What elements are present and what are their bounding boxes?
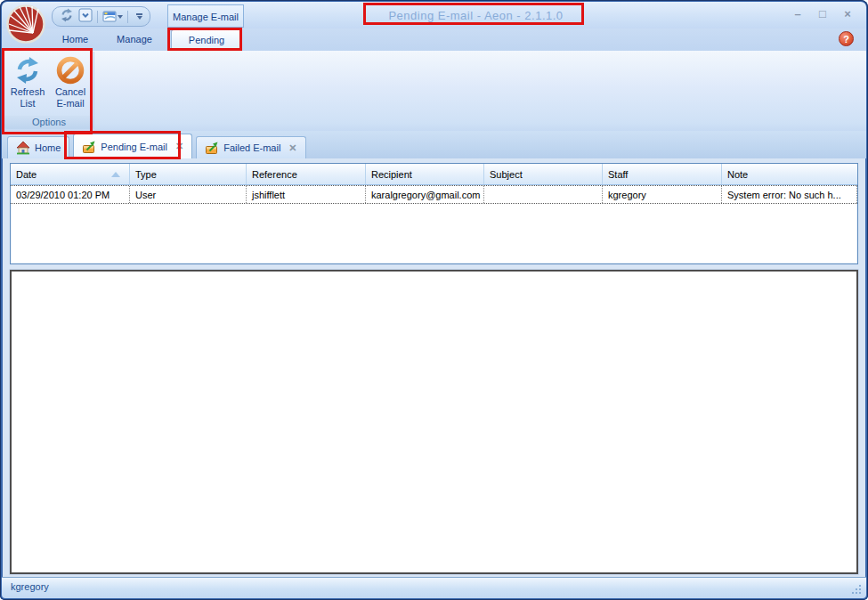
ribbon-group-options: Refresh List Cancel E-mail — [4, 52, 94, 129]
email-preview-panel — [10, 270, 858, 574]
doc-tab-home-label: Home — [35, 142, 61, 153]
column-header-reference[interactable]: Reference — [247, 164, 366, 184]
cell-date: 03/29/2010 01:20 PM — [11, 186, 130, 203]
table-row[interactable]: 03/29/2010 01:20 PM User jshifflett kara… — [11, 185, 857, 204]
ribbon-tab-manage[interactable]: Manage — [107, 30, 162, 49]
status-bar: kgregory — [2, 577, 866, 598]
qat-separator — [127, 11, 128, 23]
cell-subject — [484, 186, 603, 203]
window-title: Pending E-mail - Aeon - 2.1.1.0 — [366, 5, 586, 26]
window-style-dropdown-icon[interactable] — [118, 15, 123, 19]
sort-ascending-icon — [111, 172, 120, 177]
maximize-button[interactable]: □ — [815, 6, 831, 22]
checkbox-dropdown-icon[interactable] — [78, 8, 93, 26]
close-tab-icon[interactable]: ✕ — [175, 141, 183, 152]
cancel-email-button[interactable]: Cancel E-mail — [50, 54, 91, 116]
ribbon-tab-pending[interactable]: Pending — [171, 29, 242, 50]
status-username: kgregory — [11, 581, 49, 592]
cell-type: User — [130, 186, 247, 203]
home-icon — [16, 141, 30, 155]
cell-staff: kgregory — [603, 186, 722, 203]
ribbon-group-caption: Options — [4, 116, 93, 129]
column-header-subject[interactable]: Subject — [484, 164, 603, 184]
refresh-icon — [13, 56, 42, 85]
column-header-type[interactable]: Type — [130, 164, 247, 184]
document-tab-strip: Home Pending E-mail ✕ Failed E-mail ✕ — [2, 131, 866, 158]
outgoing-mail-icon — [205, 141, 219, 155]
refresh-qat-icon[interactable] — [60, 8, 74, 26]
pending-email-table: Date Type Reference Recipient Subject St… — [10, 163, 858, 264]
doc-tab-home[interactable]: Home — [7, 136, 69, 158]
minimize-button[interactable]: – — [790, 6, 806, 22]
outgoing-mail-icon — [82, 140, 96, 154]
close-button[interactable]: × — [840, 6, 856, 22]
table-header-row: Date Type Reference Recipient Subject St… — [11, 164, 857, 185]
doc-tab-pending-email-label: Pending E-mail — [101, 142, 167, 152]
cancel-icon — [56, 56, 85, 85]
doc-tab-failed-email-label: Failed E-mail — [223, 142, 280, 153]
app-window: Manage E-mail Pending E-mail - Aeon - 2.… — [0, 0, 868, 600]
app-logo-icon[interactable] — [5, 4, 46, 45]
cancel-email-label: Cancel E-mail — [50, 86, 91, 109]
qat-overflow-button[interactable] — [136, 13, 142, 20]
column-header-staff[interactable]: Staff — [603, 164, 722, 184]
qat-separator — [97, 11, 98, 23]
refresh-list-button[interactable]: Refresh List — [7, 54, 48, 116]
cell-recipient: karalgregory@gmail.com — [366, 186, 484, 203]
help-button[interactable]: ? — [839, 31, 854, 46]
window-style-icon[interactable] — [102, 10, 123, 23]
doc-tab-failed-email[interactable]: Failed E-mail ✕ — [196, 136, 305, 158]
content-area: Date Type Reference Recipient Subject St… — [3, 158, 865, 577]
column-header-note[interactable]: Note — [722, 164, 857, 184]
cell-reference: jshifflett — [247, 186, 366, 203]
ribbon-tab-home[interactable]: Home — [51, 30, 100, 49]
resize-grip[interactable] — [859, 592, 861, 594]
window-controls: – □ × — [790, 6, 856, 22]
column-header-date[interactable]: Date — [11, 164, 130, 184]
title-bar: Manage E-mail Pending E-mail - Aeon - 2.… — [2, 2, 866, 28]
contextual-tab-group-label: Manage E-mail — [167, 4, 244, 28]
doc-tab-pending-email[interactable]: Pending E-mail ✕ — [73, 134, 192, 158]
close-tab-icon[interactable]: ✕ — [288, 142, 296, 154]
refresh-list-label: Refresh List — [7, 86, 48, 109]
ribbon-tab-row: Home Manage Pending ? — [2, 28, 866, 51]
quick-access-toolbar — [52, 6, 150, 27]
column-header-recipient[interactable]: Recipient — [366, 164, 484, 184]
cell-note: System error: No such h... — [722, 186, 857, 203]
ribbon-body: Refresh List Cancel E-mail — [2, 51, 866, 132]
